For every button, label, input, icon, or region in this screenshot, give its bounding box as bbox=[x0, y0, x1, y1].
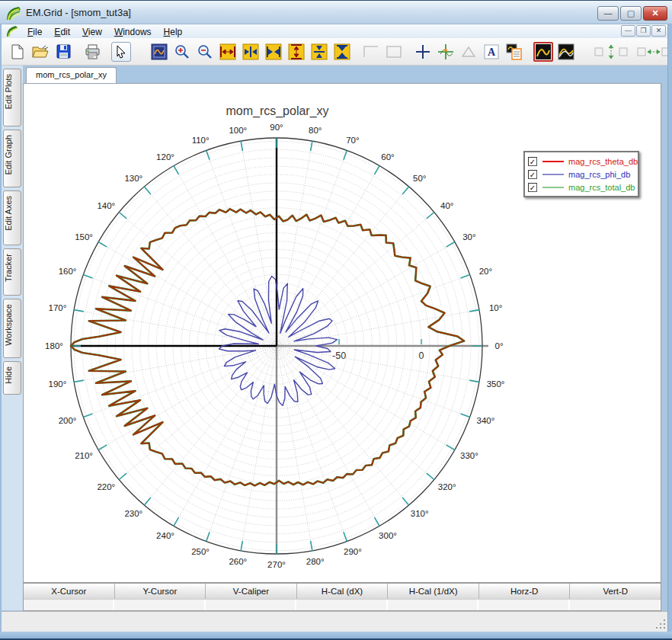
tab-strip: mom_rcs_polar_xy bbox=[23, 66, 663, 84]
svg-text:250°: 250° bbox=[191, 547, 210, 556]
crosshair-icon[interactable] bbox=[413, 42, 433, 62]
new-file-icon[interactable] bbox=[8, 42, 27, 62]
app-icon bbox=[6, 5, 21, 21]
svg-text:10°: 10° bbox=[489, 303, 502, 312]
cell-horz-d bbox=[478, 600, 569, 610]
svg-text:100°: 100° bbox=[229, 126, 247, 135]
col-horz-d: Horz-D bbox=[479, 584, 571, 599]
cell-h-cal-dx bbox=[296, 600, 387, 610]
legend-line-theta bbox=[542, 161, 564, 162]
multi-plot-icon[interactable] bbox=[556, 42, 576, 62]
cell-h-cal-1dx bbox=[388, 600, 478, 610]
zoom-out-icon[interactable] bbox=[195, 42, 215, 62]
svg-text:330°: 330° bbox=[460, 451, 478, 460]
legend-checkbox-theta[interactable]: ✓ bbox=[528, 157, 537, 166]
mdi-close-button[interactable]: ✕ bbox=[651, 25, 666, 37]
expand-y-icon[interactable] bbox=[286, 42, 306, 62]
menu-items: FileEditViewWindowsHelp bbox=[21, 24, 188, 38]
maximize-button[interactable]: ▢ bbox=[620, 6, 642, 21]
legend-line-phi bbox=[542, 174, 564, 175]
v-spacing-icon[interactable] bbox=[594, 42, 628, 62]
svg-text:190°: 190° bbox=[49, 379, 67, 389]
svg-text:210°: 210° bbox=[75, 451, 93, 460]
sidebar-tab-workspace[interactable]: Workspace bbox=[3, 299, 21, 358]
cell-v-caliper bbox=[206, 600, 296, 610]
svg-text:290°: 290° bbox=[344, 547, 362, 556]
svg-text:310°: 310° bbox=[411, 509, 429, 518]
col-x-cursor: X-Cursor bbox=[24, 584, 115, 599]
svg-text:180°: 180° bbox=[45, 341, 63, 350]
svg-text:mom_rcs_polar_xy: mom_rcs_polar_xy bbox=[226, 104, 328, 118]
svg-text:0: 0 bbox=[419, 350, 424, 361]
col-v-caliper: V-Caliper bbox=[206, 584, 297, 599]
svg-text:20°: 20° bbox=[479, 267, 492, 276]
cursor-table-row bbox=[24, 599, 661, 610]
menu-view[interactable]: View bbox=[76, 26, 108, 38]
legend-row-theta: ✓ mag_rcs_theta_db bbox=[528, 155, 633, 168]
shrink-y-icon[interactable] bbox=[309, 42, 329, 62]
svg-text:160°: 160° bbox=[59, 267, 77, 276]
menu-file[interactable]: File bbox=[21, 26, 48, 38]
print-icon[interactable] bbox=[82, 42, 102, 62]
document-app-icon[interactable] bbox=[6, 25, 18, 37]
menu-bar: FileEditViewWindowsHelp — ❐ ✕ bbox=[2, 24, 670, 38]
status-bar bbox=[0, 611, 672, 632]
tab-mom-rcs-polar-xy[interactable]: mom_rcs_polar_xy bbox=[26, 67, 117, 84]
open-file-icon[interactable] bbox=[30, 42, 50, 62]
compress-y-icon[interactable] bbox=[332, 42, 352, 62]
mdi-minimize-button[interactable]: — bbox=[621, 25, 635, 37]
svg-text:300°: 300° bbox=[379, 531, 397, 540]
marker-frame-icon[interactable] bbox=[384, 42, 404, 62]
window-border-right bbox=[667, 24, 672, 632]
tracker-icon[interactable] bbox=[436, 42, 456, 62]
svg-text:240°: 240° bbox=[156, 531, 174, 540]
col-h-cal-1dx: H-Cal (1/dX) bbox=[388, 584, 479, 599]
window-border-bottom bbox=[0, 632, 672, 640]
minimize-button[interactable]: — bbox=[597, 6, 619, 21]
single-plot-icon[interactable] bbox=[533, 42, 553, 62]
pointer-select-button[interactable] bbox=[111, 42, 131, 62]
col-y-cursor: Y-Cursor bbox=[115, 584, 206, 599]
cursor-table: X-Cursor Y-Cursor V-Caliper H-Cal (dX) H… bbox=[23, 583, 661, 611]
shrink-x-icon[interactable] bbox=[241, 42, 261, 62]
mirror-x-icon[interactable] bbox=[264, 42, 283, 62]
svg-text:220°: 220° bbox=[97, 482, 115, 491]
svg-text:A: A bbox=[488, 46, 496, 58]
marker-box-icon[interactable] bbox=[361, 42, 381, 62]
svg-text:0°: 0° bbox=[495, 341, 504, 350]
legend-checkbox-phi[interactable]: ✓ bbox=[528, 170, 537, 179]
svg-text:30°: 30° bbox=[462, 232, 475, 242]
menu-edit[interactable]: Edit bbox=[48, 26, 76, 38]
sidebar-tab-edit-plots[interactable]: Edit Plots bbox=[3, 69, 21, 126]
svg-text:110°: 110° bbox=[192, 136, 210, 145]
legend-label-total: mag_rcs_total_db bbox=[568, 183, 635, 192]
zoom-region-icon[interactable] bbox=[149, 42, 169, 62]
caliper-triangle-icon[interactable] bbox=[459, 42, 478, 62]
text-label-icon[interactable]: A bbox=[482, 42, 501, 62]
cell-vert-d bbox=[570, 600, 661, 610]
svg-text:140°: 140° bbox=[97, 201, 115, 210]
mdi-restore-button[interactable]: ❐ bbox=[636, 25, 651, 37]
sidebar-tab-hide[interactable]: Hide bbox=[3, 361, 21, 395]
save-icon[interactable] bbox=[53, 42, 73, 62]
col-h-cal-dx: H-Cal (dX) bbox=[297, 584, 389, 599]
h-spacing-icon[interactable] bbox=[637, 42, 670, 62]
sidebar-tab-edit-graph[interactable]: Edit Graph bbox=[3, 130, 21, 187]
legend-checkbox-total[interactable]: ✓ bbox=[528, 183, 537, 192]
svg-text:120°: 120° bbox=[156, 152, 174, 162]
sidebar-tab-edit-axes[interactable]: Edit Axes bbox=[3, 190, 21, 245]
close-button[interactable]: ✕ bbox=[643, 6, 667, 21]
legend-toggle-icon[interactable] bbox=[504, 42, 524, 62]
title-bar: EM.Grid - [smom_tut3a] — ▢ ✕ bbox=[0, 0, 672, 24]
menu-help[interactable]: Help bbox=[158, 26, 189, 38]
resize-grip[interactable] bbox=[656, 619, 666, 629]
zoom-in-icon[interactable] bbox=[172, 42, 192, 62]
svg-text:70°: 70° bbox=[346, 136, 359, 145]
sidebar-tab-tracker[interactable]: Tracker bbox=[3, 248, 21, 296]
svg-text:320°: 320° bbox=[438, 482, 456, 491]
cell-x-cursor bbox=[24, 600, 114, 610]
col-vert-d: Vert-D bbox=[570, 584, 661, 599]
menu-windows[interactable]: Windows bbox=[108, 26, 158, 38]
chart-legend[interactable]: ✓ mag_rcs_theta_db ✓ mag_rcs_phi_db ✓ ma… bbox=[523, 151, 639, 197]
expand-x-icon[interactable] bbox=[218, 42, 238, 62]
